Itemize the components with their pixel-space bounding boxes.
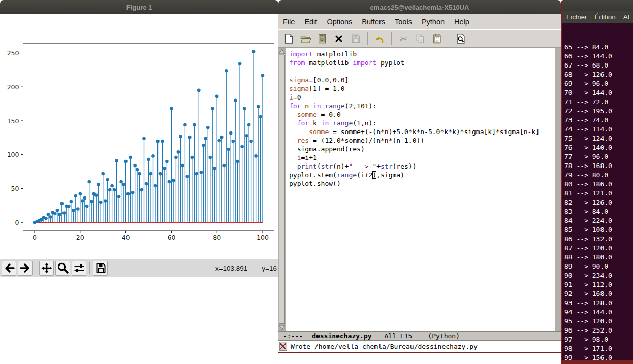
svg-text:60: 60 [167, 234, 175, 241]
figure-canvas[interactable]: 020406080100050100150200250 [0, 14, 278, 259]
emacs-scrollbar[interactable] [278, 48, 286, 331]
terminal-menu-af[interactable]: Af [623, 13, 630, 21]
emacs-window: emacs25@vellachemla-X510UA FileEditOptio… [278, 0, 561, 353]
undo-arrow-icon[interactable] [373, 32, 386, 45]
matplotlib-toolbar: x=103.891 y=16 [0, 259, 278, 277]
modeline-major-mode: (Python) [428, 332, 460, 340]
scrollbar-up-arrow-icon[interactable] [278, 48, 286, 55]
terminal-output-line: 97 --> 98.0 [564, 335, 633, 344]
coord-y: y=16 [262, 264, 277, 272]
scrollbar-down-arrow-icon[interactable] [278, 324, 286, 331]
terminal-output-line: 74 --> 114.0 [564, 125, 633, 134]
svg-text:0: 0 [33, 234, 37, 241]
terminal-output-line: 92 --> 168.0 [564, 289, 633, 299]
terminal-output-line: 68 --> 126.0 [564, 70, 633, 79]
modeline-buffer-name: dessinechazy.py [312, 332, 371, 340]
terminal-output-line: 99 --> 156.0 [564, 353, 633, 362]
code-line: import matplotlib [289, 50, 555, 58]
terminal-output-line: 65 --> 84.0 [564, 43, 633, 52]
code-line: pyplot.stem(range(i+2),sigma) [289, 171, 555, 179]
code-line: print(str(n)+" --> "+str(res)) [289, 162, 555, 171]
svg-text:100: 100 [257, 234, 269, 241]
toolbar-separator [367, 32, 368, 45]
cursor-coordinates: x=103.891 y=16 [215, 264, 277, 272]
emacs-menu-buffers[interactable]: Buffers [362, 18, 385, 26]
paste-clipboard-icon[interactable] [431, 32, 443, 45]
close-x-icon[interactable] [333, 32, 345, 45]
zoom-button[interactable] [55, 261, 70, 276]
terminal-output-line: 87 --> 120.0 [564, 244, 633, 253]
svg-text:80: 80 [213, 234, 221, 241]
terminal-output-line: 77 --> 96.0 [564, 152, 633, 161]
terminal-output-line: 96 --> 252.0 [564, 326, 633, 335]
pan-arrows-icon [41, 262, 53, 274]
figure-titlebar[interactable]: Figure 1 [0, 0, 278, 14]
terminal-output-line: 72 --> 195.0 [564, 107, 633, 116]
stem-plot: 020406080100050100150200250 [0, 14, 278, 259]
emacs-menu-help[interactable]: Help [454, 18, 469, 26]
toolbar-separator [391, 32, 392, 45]
terminal-output-line: 90 --> 234.0 [564, 271, 633, 280]
forward-arrow-icon [19, 262, 31, 274]
terminal-output-line: 93 --> 128.0 [564, 299, 633, 308]
emacs-code-buffer[interactable]: import matplotlibfrom matplotlib import … [286, 48, 555, 331]
svg-text:50: 50 [11, 185, 19, 192]
terminal-menu-fichier[interactable]: Fichier [566, 13, 587, 21]
terminal-menu-édition[interactable]: Édition [595, 13, 616, 21]
cut-scissors-icon[interactable]: ✂ [397, 32, 409, 45]
terminal-output-line: 85 --> 108.0 [564, 225, 633, 235]
back-button[interactable] [2, 261, 16, 276]
copy-pages-icon[interactable] [414, 32, 426, 45]
terminal-output-line: 78 --> 168.0 [564, 161, 633, 171]
svg-text:20: 20 [76, 234, 84, 241]
coord-x: x=103.891 [215, 264, 247, 272]
emacs-menu-tools[interactable]: Tools [395, 18, 412, 26]
terminal-output-line: 83 --> 84.0 [564, 207, 633, 216]
emacs-menu-edit[interactable]: Edit [304, 18, 317, 26]
terminal-output-line: 91 --> 112.0 [564, 280, 633, 289]
open-folder-icon[interactable] [299, 32, 311, 45]
save-figure-button[interactable] [93, 261, 108, 276]
code-line: res = (12.0*somme)/(n*n*(n-1.0)) [289, 136, 555, 145]
code-line: sigma.append(res) [289, 145, 555, 153]
emacs-menu-file[interactable]: File [283, 18, 295, 26]
svg-text:150: 150 [7, 117, 19, 125]
code-line: somme = 0.0 [289, 110, 555, 119]
dired-cabinet-icon[interactable] [316, 32, 328, 45]
modeline-position: All L15 [385, 332, 413, 340]
terminal-output-line: 79 --> 80.0 [564, 171, 633, 180]
forward-button[interactable] [18, 261, 33, 276]
terminal-output-line: 84 --> 224.0 [564, 216, 633, 225]
terminal-output[interactable]: 65 --> 84.066 --> 144.067 --> 68.068 -->… [562, 23, 633, 364]
terminal-output-line: 89 --> 90.0 [564, 262, 633, 271]
new-file-icon[interactable] [282, 32, 295, 45]
save-floppy-icon[interactable] [350, 32, 362, 45]
svg-text:200: 200 [7, 83, 19, 91]
scrollbar-thumb[interactable] [279, 55, 285, 324]
sliders-icon [73, 262, 85, 274]
terminal-output-line: 94 --> 144.0 [564, 308, 633, 317]
terminal-output-lines: 65 --> 84.066 --> 144.067 --> 68.068 -->… [564, 43, 633, 364]
configure-subplots-button[interactable] [72, 261, 86, 276]
emacs-right-scrollbar[interactable] [555, 48, 561, 331]
terminal-titlebar[interactable] [562, 0, 633, 11]
toolbar-separator [449, 32, 449, 45]
code-line: for n in range(2,101): [289, 102, 555, 110]
emacs-modeline[interactable]: -:--- dessinechazy.py All L15 (Python) [278, 331, 561, 341]
terminal-output-line: 66 --> 144.0 [564, 52, 633, 61]
code-line [289, 67, 555, 76]
emacs-echo-area[interactable]: Wrote /home/vella-chemla/Bureau/dessinec… [278, 341, 561, 352]
terminal-output-line: 75 --> 124.0 [564, 134, 633, 143]
minibuffer-corner-icon [279, 342, 287, 351]
terminal-output-line: 67 --> 68.0 [564, 61, 633, 70]
code-line: for k in range(1,n): [289, 119, 555, 127]
emacs-toolbar: ✂ [278, 30, 561, 48]
search-magnifier-icon[interactable] [455, 32, 467, 45]
zoom-magnifier-icon [57, 262, 69, 274]
matplotlib-figure-window: Figure 1 020406080100050100150200250 x=1… [0, 0, 278, 364]
terminal-menubar: FichierÉditionAf [562, 11, 633, 23]
emacs-titlebar[interactable]: emacs25@vellachemla-X510UA [278, 0, 561, 14]
emacs-menu-options[interactable]: Options [327, 18, 352, 26]
pan-button[interactable] [39, 261, 54, 276]
emacs-menu-python[interactable]: Python [422, 18, 445, 26]
